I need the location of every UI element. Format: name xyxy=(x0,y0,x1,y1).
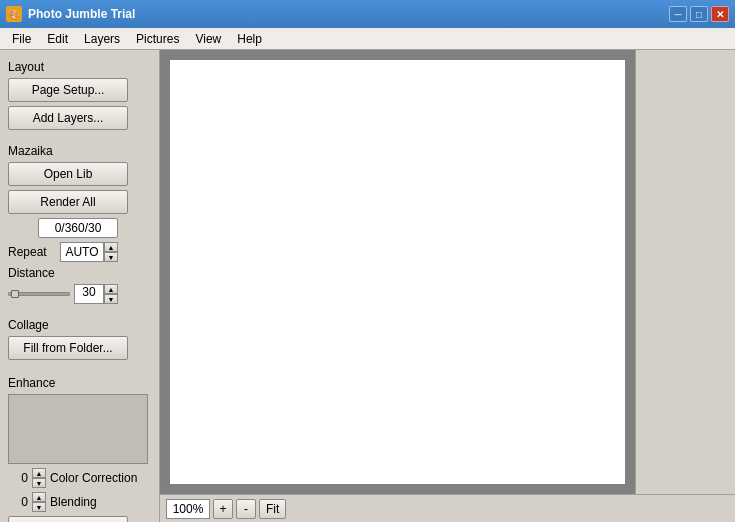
blending-row: 0 ▲ ▼ Blending xyxy=(8,492,151,512)
distance-label: Distance xyxy=(8,266,56,280)
menu-bar: File Edit Layers Pictures View Help xyxy=(0,28,735,50)
fill-from-folder-button[interactable]: Fill from Folder... xyxy=(8,336,128,360)
menu-view[interactable]: View xyxy=(187,30,229,48)
distance-up-arrow[interactable]: ▲ xyxy=(104,284,118,294)
enhance-preview xyxy=(8,394,148,464)
repeat-control: Repeat AUTO ▲ ▼ xyxy=(8,242,151,262)
menu-pictures[interactable]: Pictures xyxy=(128,30,187,48)
canvas-right-panel xyxy=(635,50,735,494)
enhance-section-label: Enhance xyxy=(8,376,151,390)
distance-slider-thumb[interactable] xyxy=(11,290,19,298)
render-all-button[interactable]: Render All xyxy=(8,190,128,214)
close-button[interactable]: ✕ xyxy=(711,6,729,22)
title-bar-left: 🎨 Photo Jumble Trial xyxy=(6,6,135,22)
distance-slider-row: 30 ▲ ▼ xyxy=(8,284,151,304)
blending-up-arrow[interactable]: ▲ xyxy=(32,492,46,502)
blending-label: Blending xyxy=(50,495,97,509)
distance-arrows: ▲ ▼ xyxy=(104,284,118,304)
menu-help[interactable]: Help xyxy=(229,30,270,48)
distance-control: Distance xyxy=(8,266,151,280)
blending-arrows: ▲ ▼ xyxy=(32,492,46,512)
canvas-top xyxy=(160,50,735,494)
distance-slider-track[interactable] xyxy=(8,292,70,296)
fit-button[interactable]: Fit xyxy=(259,499,286,519)
zoom-out-button[interactable]: - xyxy=(236,499,256,519)
blending-spinner[interactable]: ▲ ▼ xyxy=(32,492,46,512)
repeat-up-arrow[interactable]: ▲ xyxy=(104,242,118,252)
layout-section-label: Layout xyxy=(8,60,151,74)
distance-down-arrow[interactable]: ▼ xyxy=(104,294,118,304)
title-bar: 🎨 Photo Jumble Trial ─ □ ✕ xyxy=(0,0,735,28)
collage-section-label: Collage xyxy=(8,318,151,332)
enhance-section: Enhance 0 ▲ ▼ Color Correction 0 ▲ ▼ xyxy=(8,376,151,522)
color-correction-row: 0 ▲ ▼ Color Correction xyxy=(8,468,151,488)
color-correction-spinner[interactable]: ▲ ▼ xyxy=(32,468,46,488)
add-layers-button[interactable]: Add Layers... xyxy=(8,106,128,130)
color-correction-label: Color Correction xyxy=(50,471,137,485)
open-lib-button[interactable]: Open Lib xyxy=(8,162,128,186)
repeat-arrows: ▲ ▼ xyxy=(104,242,118,262)
title-bar-controls: ─ □ ✕ xyxy=(669,6,729,22)
repeat-spinner[interactable]: AUTO ▲ ▼ xyxy=(60,242,118,262)
app-title: Photo Jumble Trial xyxy=(28,7,135,21)
canvas-white[interactable] xyxy=(170,60,625,484)
menu-edit[interactable]: Edit xyxy=(39,30,76,48)
blending-value: 0 xyxy=(8,495,28,509)
zoom-level: 100% xyxy=(166,499,210,519)
color-correction-arrows: ▲ ▼ xyxy=(32,468,46,488)
distance-value[interactable]: 30 xyxy=(74,284,104,304)
color-correction-up-arrow[interactable]: ▲ xyxy=(32,468,46,478)
sidebar: Layout Page Setup... Add Layers... Mazai… xyxy=(0,50,160,522)
main-layout: Layout Page Setup... Add Layers... Mazai… xyxy=(0,50,735,522)
app-icon: 🎨 xyxy=(6,6,22,22)
mazaika-section-label: Mazaika xyxy=(8,144,151,158)
render-progress: 0/360/30 xyxy=(38,218,118,238)
menu-file[interactable]: File xyxy=(4,30,39,48)
zoom-in-button[interactable]: + xyxy=(213,499,233,519)
bottom-bar: 100% + - Fit xyxy=(160,494,735,522)
minimize-button[interactable]: ─ xyxy=(669,6,687,22)
blending-down-arrow[interactable]: ▼ xyxy=(32,502,46,512)
distance-spinner[interactable]: 30 ▲ ▼ xyxy=(74,284,118,304)
color-correction-down-arrow[interactable]: ▼ xyxy=(32,478,46,488)
menu-layers[interactable]: Layers xyxy=(76,30,128,48)
repeat-value[interactable]: AUTO xyxy=(60,242,104,262)
repeat-down-arrow[interactable]: ▼ xyxy=(104,252,118,262)
color-correction-value: 0 xyxy=(8,471,28,485)
page-setup-button[interactable]: Page Setup... xyxy=(8,78,128,102)
redraw-button[interactable]: Redraw xyxy=(8,516,128,522)
canvas-area: 100% + - Fit xyxy=(160,50,735,522)
maximize-button[interactable]: □ xyxy=(690,6,708,22)
repeat-label: Repeat xyxy=(8,245,56,259)
